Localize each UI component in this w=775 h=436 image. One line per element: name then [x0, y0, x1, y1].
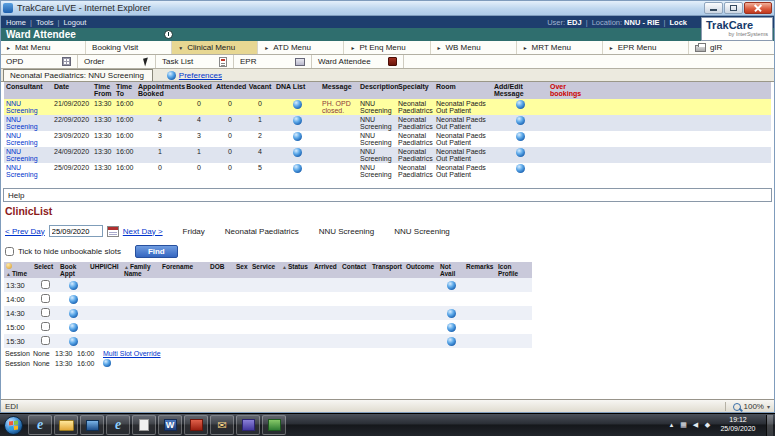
not-avail-icon[interactable] — [447, 281, 456, 290]
green-app-icon[interactable] — [262, 415, 286, 435]
windows-explorer-icon[interactable] — [54, 415, 78, 435]
mail-icon[interactable]: ✉ — [210, 415, 234, 435]
slot-row[interactable]: 15:00 — [4, 320, 532, 334]
appointments-row[interactable]: NNU Screening 24/09/2020 13:30 16:00 1 1… — [4, 147, 771, 163]
col-book-appt[interactable]: Book Appt — [58, 262, 88, 278]
zoom-dropdown-caret-icon[interactable] — [767, 402, 770, 411]
col-outcome[interactable]: Outcome — [404, 262, 438, 278]
action-center-icon[interactable]: ◆ — [702, 418, 713, 432]
help-panel[interactable]: Help — [3, 188, 772, 202]
menu-gir[interactable]: gIR — [689, 41, 775, 54]
slot-select-checkbox[interactable] — [41, 280, 50, 289]
col-vacant[interactable]: Vacant — [246, 82, 274, 99]
red-app-icon[interactable] — [184, 415, 208, 435]
date-input[interactable] — [49, 225, 103, 237]
slot-row[interactable]: 15:30 — [4, 334, 532, 348]
add-edit-message-icon[interactable] — [516, 164, 525, 173]
col-arrived[interactable]: Arrived — [312, 262, 340, 278]
menu-epr[interactable]: EPR Menu — [603, 41, 689, 54]
photo-app-icon[interactable] — [80, 415, 104, 435]
add-edit-message-icon[interactable] — [516, 132, 525, 141]
book-appt-icon[interactable] — [69, 281, 78, 290]
multi-slot-override-link[interactable]: Multi Slot Override — [103, 350, 161, 357]
zoom-icon[interactable] — [733, 403, 741, 411]
col-add-edit-message[interactable]: Add/Edit Message — [492, 82, 548, 99]
col-time-from[interactable]: Time From — [92, 82, 114, 99]
dna-list-icon[interactable] — [293, 132, 302, 141]
col-service[interactable]: Service — [250, 262, 280, 278]
toolbar-task-list[interactable]: Task List — [156, 55, 234, 68]
not-avail-icon[interactable] — [447, 309, 456, 318]
menu-wb[interactable]: WB Menu — [431, 41, 517, 54]
col-remarks[interactable]: Remarks — [464, 262, 496, 278]
appointments-row[interactable]: NNU Screening 21/09/2020 13:30 16:00 0 0… — [4, 99, 771, 115]
preferences-info-icon[interactable] — [167, 71, 176, 80]
not-avail-icon[interactable] — [447, 337, 456, 346]
slot-select-checkbox[interactable] — [41, 294, 50, 303]
dna-list-icon[interactable] — [293, 164, 302, 173]
menu-pt-enq[interactable]: Pt Enq Menu — [344, 41, 430, 54]
consultant-link[interactable]: NNU Screening — [6, 132, 38, 146]
book-appt-icon[interactable] — [69, 309, 78, 318]
col-date[interactable]: Date — [52, 82, 92, 99]
minimize-button[interactable] — [704, 2, 723, 14]
lock-link[interactable]: Lock — [669, 18, 687, 27]
next-day-link[interactable]: Next Day > — [123, 227, 163, 236]
col-description[interactable]: Description — [358, 82, 396, 99]
dna-list-icon[interactable] — [293, 100, 302, 109]
toolbar-opd[interactable]: OPD — [0, 55, 78, 68]
toolbar-epr[interactable]: EPR — [234, 55, 312, 68]
slot-select-checkbox[interactable] — [41, 336, 50, 345]
appointments-row[interactable]: NNU Screening 25/09/2020 13:30 16:00 0 0… — [4, 163, 771, 179]
clock-icon[interactable] — [164, 30, 173, 39]
add-edit-message-icon[interactable] — [516, 100, 525, 109]
find-button[interactable]: Find — [135, 245, 178, 258]
menu-mrt[interactable]: MRT Menu — [517, 41, 603, 54]
internet-explorer-icon[interactable]: e — [28, 415, 52, 435]
maximize-button[interactable] — [724, 2, 743, 14]
col-appointments-booked[interactable]: Appointments Booked — [136, 82, 184, 99]
col-room[interactable]: Room — [434, 82, 492, 99]
col-not-avail[interactable]: Not Avail — [438, 262, 464, 278]
network-icon[interactable]: ▦ — [678, 418, 689, 432]
col-dob[interactable]: DOB — [208, 262, 234, 278]
taskbar-clock[interactable]: 19:12 25/09/2020 — [713, 416, 763, 434]
toolbar-ward-attendee[interactable]: Ward Attendee — [312, 55, 404, 68]
consultant-link[interactable]: NNU Screening — [6, 116, 38, 130]
purple-app-icon[interactable] — [236, 415, 260, 435]
session-action-icon[interactable] — [103, 359, 111, 367]
slot-options-icon[interactable] — [6, 263, 12, 269]
volume-icon[interactable]: ◀ — [690, 418, 701, 432]
col-contact[interactable]: Contact — [340, 262, 370, 278]
col-sex[interactable]: Sex — [234, 262, 250, 278]
appointments-row[interactable]: NNU Screening 23/09/2020 13:30 16:00 3 3… — [4, 131, 771, 147]
book-appt-icon[interactable] — [69, 323, 78, 332]
col-transport[interactable]: Transport — [370, 262, 404, 278]
notepad-icon[interactable] — [132, 415, 156, 435]
col-status[interactable]: Status — [280, 262, 312, 278]
col-dna-list[interactable]: DNA List — [274, 82, 320, 99]
menu-mat[interactable]: Mat Menu — [0, 41, 86, 54]
slot-row[interactable]: 14:00 — [4, 292, 532, 306]
col-family-name[interactable]: Family Name — [122, 262, 160, 278]
add-edit-message-icon[interactable] — [516, 148, 525, 157]
toolbar-order[interactable]: Order — [78, 55, 156, 68]
slot-select-checkbox[interactable] — [41, 322, 50, 331]
word-icon[interactable]: W — [158, 415, 182, 435]
tools-link[interactable]: Tools — [36, 18, 54, 27]
menu-atd[interactable]: ATD Menu — [258, 41, 344, 54]
slot-row[interactable]: 14:30 — [4, 306, 532, 320]
appointments-row[interactable]: NNU Screening 22/09/2020 13:30 16:00 4 4… — [4, 115, 771, 131]
internet-explorer-icon-2[interactable]: e — [106, 415, 130, 435]
tab-clinic[interactable]: Neonatal Paediatrics: NNU Screening — [3, 69, 153, 81]
start-button[interactable] — [4, 416, 23, 435]
hidden-icons-chevron-icon[interactable]: ▴ — [666, 418, 677, 432]
not-avail-icon[interactable] — [447, 323, 456, 332]
close-button[interactable] — [744, 2, 772, 14]
book-appt-icon[interactable] — [69, 337, 78, 346]
menu-booking-visit[interactable]: Booking Visit — [86, 41, 172, 54]
dna-list-icon[interactable] — [293, 116, 302, 125]
col-over-bookings[interactable]: Over bookings — [548, 82, 590, 99]
prev-day-link[interactable]: < Prev Day — [5, 227, 45, 236]
slot-select-checkbox[interactable] — [41, 308, 50, 317]
